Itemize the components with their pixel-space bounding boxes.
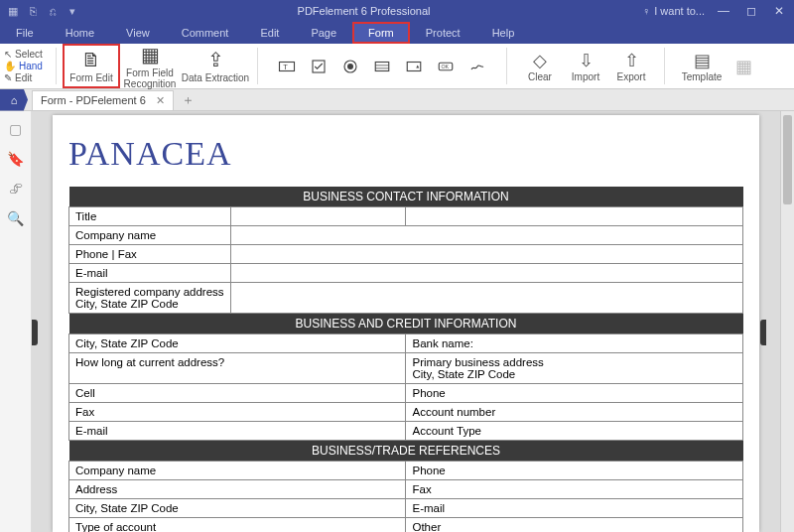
menu-tab-help[interactable]: Help xyxy=(476,22,531,44)
label-address: Address xyxy=(69,480,406,499)
svg-rect-8 xyxy=(407,62,421,70)
label-phone-2: Phone xyxy=(406,384,743,403)
section-header-1: BUSINESS CONTACT INFORMATION xyxy=(69,187,743,207)
selection-tools: ↖Select ✋Hand ✎Edit xyxy=(0,44,50,88)
form-edit-button[interactable]: 🗎 Form Edit xyxy=(63,44,120,88)
label-email: E-mail xyxy=(69,264,231,283)
more-templates-button[interactable]: ▦ xyxy=(732,44,754,88)
data-extraction-icon: ⇪ xyxy=(207,49,224,70)
grid-icon: ▦ xyxy=(735,56,752,77)
new-tab-button[interactable]: ＋ xyxy=(182,91,195,109)
checkbox-field-icon[interactable] xyxy=(308,56,330,77)
tab-home-icon[interactable]: ⌂ xyxy=(0,89,28,111)
menu-tab-home[interactable]: Home xyxy=(50,22,110,44)
svg-rect-5 xyxy=(375,62,389,70)
svg-point-4 xyxy=(347,64,353,69)
bookmarks-icon[interactable]: 🔖 xyxy=(7,151,24,167)
pencil-icon: ✎ xyxy=(4,72,12,83)
label-email-3: E-mail xyxy=(406,499,743,518)
button-field-icon[interactable]: OK xyxy=(435,56,457,77)
svg-rect-6 xyxy=(375,65,389,66)
label-fax-2: Fax xyxy=(406,480,743,499)
form-field-palette: T OK xyxy=(264,44,500,88)
menu-tab-edit[interactable]: Edit xyxy=(244,22,295,44)
field-company-name[interactable] xyxy=(230,226,742,245)
signature-field-icon[interactable] xyxy=(466,56,488,77)
form-edit-icon: 🗎 xyxy=(81,49,101,70)
export-button[interactable]: ⇧Export xyxy=(612,44,650,88)
label-company-name-2: Company name xyxy=(69,462,406,480)
import-button[interactable]: ⇩Import xyxy=(567,44,604,88)
svg-text:OK: OK xyxy=(442,64,450,69)
menu-bar: FileHomeViewCommentEditPageFormProtectHe… xyxy=(0,22,794,44)
document-area[interactable]: PANACEA BUSINESS CONTACT INFORMATION Tit… xyxy=(32,111,780,532)
label-city-zip: City, State ZIP Code xyxy=(69,334,406,353)
svg-rect-7 xyxy=(375,67,389,68)
qat-icon-2[interactable]: ⎌ xyxy=(46,4,60,18)
app-title: PDFelement 6 Professional xyxy=(85,5,642,17)
menu-tab-form[interactable]: Form xyxy=(352,22,410,44)
app-logo-icon: ▦ xyxy=(6,4,20,18)
field-title[interactable] xyxy=(230,207,406,226)
form-table: BUSINESS CONTACT INFORMATION Title Compa… xyxy=(68,187,743,532)
export-icon: ⇧ xyxy=(624,50,639,71)
close-tab-icon[interactable]: ✕ xyxy=(156,94,165,107)
cursor-icon: ↖ xyxy=(4,49,12,60)
radio-field-icon[interactable] xyxy=(339,56,361,77)
template-button[interactable]: ▤Template xyxy=(679,44,725,88)
i-want-to[interactable]: ♀ I want to... xyxy=(642,5,705,17)
menu-tab-view[interactable]: View xyxy=(110,22,166,44)
label-other: Other xyxy=(406,518,743,533)
menu-tab-page[interactable]: Page xyxy=(295,22,352,44)
close-button[interactable]: ✕ xyxy=(770,4,788,18)
field-reg-address[interactable] xyxy=(230,283,742,314)
section-header-2: BUSINESS AND CREDIT INFORMATION xyxy=(69,314,743,334)
right-expand-handle[interactable] xyxy=(760,320,766,345)
minimize-button[interactable]: — xyxy=(715,4,732,18)
label-fax: Fax xyxy=(69,403,406,422)
menu-tab-file[interactable]: File xyxy=(0,22,50,44)
side-panel: ▢ 🔖 🖇 🔍 xyxy=(0,111,32,532)
form-field-recognition-button[interactable]: ▦ Form Field Recognition xyxy=(120,44,180,88)
hand-tool[interactable]: ✋Hand xyxy=(4,61,50,71)
hand-icon: ✋ xyxy=(4,61,16,71)
label-city-zip-2: City, State ZIP Code xyxy=(69,499,406,518)
text-field-icon[interactable]: T xyxy=(276,56,298,77)
select-tool[interactable]: ↖Select xyxy=(4,49,50,60)
search-icon[interactable]: 🔍 xyxy=(7,210,24,226)
field-phone-fax[interactable] xyxy=(230,245,742,264)
svg-text:T: T xyxy=(283,63,288,71)
field-email[interactable] xyxy=(230,264,742,283)
attachments-icon[interactable]: 🖇 xyxy=(9,181,23,197)
bulb-icon: ♀ xyxy=(642,5,650,17)
section-header-3: BUSINESS/TRADE REFERENCES xyxy=(69,441,743,462)
data-extraction-button[interactable]: ⇪ Data Extraction xyxy=(180,44,251,88)
combobox-field-icon[interactable] xyxy=(371,56,393,77)
label-how-long: How long at current address? xyxy=(69,353,406,384)
document-tab[interactable]: Form - PDFelement 6 ✕ xyxy=(32,90,174,110)
template-icon: ▤ xyxy=(694,50,711,71)
maximize-button[interactable]: ◻ xyxy=(742,4,760,18)
label-type-of-account: Type of account xyxy=(69,518,406,533)
clear-button[interactable]: ◇Clear xyxy=(521,44,559,88)
vertical-scrollbar[interactable] xyxy=(780,111,794,532)
scrollbar-thumb[interactable] xyxy=(783,115,792,204)
edit-tool[interactable]: ✎Edit xyxy=(4,72,50,83)
thumbnails-icon[interactable]: ▢ xyxy=(9,121,22,137)
label-company-name: Company name xyxy=(69,226,231,245)
label-bank-name: Bank name: xyxy=(406,334,743,353)
qat-icon-1[interactable]: ⎘ xyxy=(26,4,40,18)
label-email-2: E-mail xyxy=(69,422,406,441)
left-expand-handle[interactable] xyxy=(32,320,38,345)
label-primary-address: Primary business address City, State ZIP… xyxy=(406,353,743,384)
eraser-icon: ◇ xyxy=(533,50,547,71)
label-phone-fax: Phone | Fax xyxy=(69,245,231,264)
label-cell: Cell xyxy=(69,384,406,403)
menu-tab-protect[interactable]: Protect xyxy=(410,22,476,44)
import-icon: ⇩ xyxy=(579,50,594,71)
label-title: Title xyxy=(69,207,231,226)
menu-tab-comment[interactable]: Comment xyxy=(166,22,245,44)
page: PANACEA BUSINESS CONTACT INFORMATION Tit… xyxy=(53,115,759,532)
qat-dropdown-icon[interactable]: ▾ xyxy=(66,4,79,18)
listbox-field-icon[interactable] xyxy=(403,56,425,77)
